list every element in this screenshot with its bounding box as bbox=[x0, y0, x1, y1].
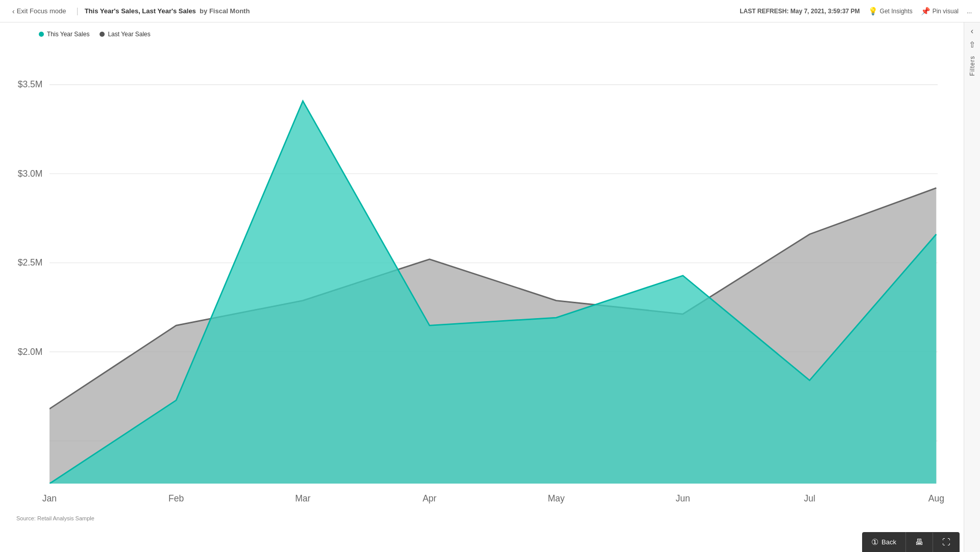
chart-legend: This Year Sales Last Year Sales bbox=[39, 31, 951, 38]
area-chart-svg: $3.5M $3.0M $2.5M $2.0M Jan Feb Mar Apr … bbox=[8, 42, 951, 512]
this-year-dot bbox=[39, 32, 44, 37]
svg-text:$3.0M: $3.0M bbox=[18, 168, 43, 178]
lightbulb-icon: 💡 bbox=[868, 7, 878, 16]
last-year-dot bbox=[100, 32, 105, 37]
back-circle-icon: ① bbox=[871, 537, 878, 547]
source-text: Source: Retail Analysis Sample bbox=[16, 515, 943, 521]
chart-title: This Year's Sales, Last Year's Sales by … bbox=[85, 7, 250, 15]
svg-text:Apr: Apr bbox=[423, 493, 436, 503]
chart-title-main: This Year's Sales, Last Year's Sales bbox=[85, 7, 196, 15]
last-refresh-text: LAST REFRESH: May 7, 2021, 3:59:37 PM bbox=[740, 8, 860, 15]
legend-this-year: This Year Sales bbox=[39, 31, 89, 38]
this-year-label: This Year Sales bbox=[47, 31, 89, 38]
chart-title-by: by Fiscal Month bbox=[198, 7, 250, 15]
back-button[interactable]: ① Back bbox=[862, 532, 906, 552]
pin-icon: 📌 bbox=[921, 7, 930, 16]
svg-text:Mar: Mar bbox=[295, 493, 310, 503]
get-insights-button[interactable]: 💡 Get Insights bbox=[868, 7, 913, 16]
exit-focus-button[interactable]: ‹ Exit Focus mode bbox=[8, 5, 70, 17]
chart-container: This Year Sales Last Year Sales bbox=[0, 22, 964, 552]
svg-text:Jul: Jul bbox=[804, 493, 815, 503]
svg-text:Aug: Aug bbox=[928, 493, 944, 503]
svg-text:$3.5M: $3.5M bbox=[18, 79, 43, 89]
legend-last-year: Last Year Sales bbox=[100, 31, 150, 38]
svg-text:$2.5M: $2.5M bbox=[18, 257, 43, 268]
fullscreen-icon: ⛶ bbox=[942, 538, 950, 547]
bottom-toolbar: ① Back 🖶 ⛶ bbox=[862, 532, 960, 552]
print-button[interactable]: 🖶 bbox=[906, 533, 933, 552]
svg-text:Jun: Jun bbox=[676, 493, 690, 503]
last-year-label: Last Year Sales bbox=[108, 31, 150, 38]
collapse-sidebar-button[interactable]: ‹ bbox=[971, 27, 973, 36]
exit-focus-label: Exit Focus mode bbox=[17, 7, 66, 15]
topbar-right: LAST REFRESH: May 7, 2021, 3:59:37 PM 💡 … bbox=[740, 7, 972, 16]
share-icon[interactable]: ⇧ bbox=[969, 40, 975, 50]
topbar-left: ‹ Exit Focus mode | This Year's Sales, L… bbox=[8, 5, 250, 17]
back-arrow-icon: ‹ bbox=[12, 7, 15, 15]
svg-text:Jan: Jan bbox=[42, 493, 57, 503]
chart-area: $3.5M $3.0M $2.5M $2.0M Jan Feb Mar Apr … bbox=[8, 42, 951, 512]
svg-text:May: May bbox=[548, 493, 565, 503]
topbar: ‹ Exit Focus mode | This Year's Sales, L… bbox=[0, 0, 980, 22]
filters-label[interactable]: Filters bbox=[969, 56, 976, 76]
svg-text:$2.0M: $2.0M bbox=[18, 346, 43, 356]
right-sidebar: ‹ ⇧ Filters bbox=[964, 22, 980, 552]
more-options-button[interactable]: ... bbox=[967, 8, 972, 15]
pin-visual-button[interactable]: 📌 Pin visual bbox=[921, 7, 959, 16]
print-icon: 🖶 bbox=[915, 538, 923, 547]
main-content: This Year Sales Last Year Sales bbox=[0, 22, 980, 552]
svg-text:Feb: Feb bbox=[168, 493, 184, 503]
fullscreen-button[interactable]: ⛶ bbox=[933, 533, 960, 552]
